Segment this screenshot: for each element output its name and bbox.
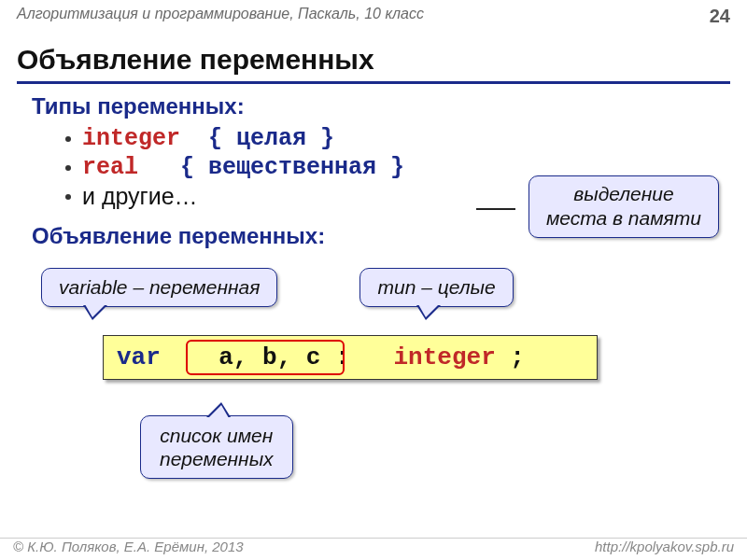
callout-memory: выделение места в памяти (529, 175, 719, 238)
slide-title: Объявление переменных (17, 36, 730, 84)
types-label: Типы переменных: (32, 93, 747, 119)
bullet-integer: integer { целая } (65, 125, 747, 152)
type-comment: { целая } (208, 125, 334, 152)
code-semi: ; (510, 343, 525, 371)
callout-varlist: список имен переменных (140, 415, 293, 479)
callout-text: список имен переменных (160, 425, 274, 469)
etc-text: и другие… (82, 183, 198, 210)
slide-header: Алгоритмизация и программирование, Паска… (0, 0, 747, 29)
bullet-icon (65, 194, 71, 200)
footer-url: http://kpolyakov.spb.ru (595, 539, 734, 554)
declaration-label: Объявление переменных: (32, 223, 325, 249)
type-keyword: integer (82, 125, 180, 152)
page-number: 24 (710, 6, 730, 27)
type-keyword: real (82, 154, 138, 181)
callout-text: выделение места в памяти (546, 183, 701, 229)
code-type-kw: integer (394, 343, 496, 371)
callout-variable: variable – переменная (41, 268, 277, 307)
code-declaration: var a, b, c : integer ; (103, 335, 598, 380)
callout-text: variable – переменная (59, 276, 260, 298)
highlight-box (186, 340, 345, 375)
type-comment: { вещественная } (180, 154, 404, 181)
callout-tail-icon (416, 305, 441, 320)
slide-footer: © К.Ю. Поляков, Е.А. Ерёмин, 2013 http:/… (0, 538, 747, 554)
callout-tail-icon (83, 305, 107, 320)
connector-line (476, 208, 515, 210)
footer-authors: © К.Ю. Поляков, Е.А. Ерёмин, 2013 (13, 539, 244, 554)
bullet-icon (65, 136, 71, 142)
code-var-kw: var (117, 343, 161, 371)
callout-type: тип – целые (359, 268, 513, 307)
callout-text: тип – целые (377, 276, 495, 298)
course-title: Алгоритмизация и программирование, Паска… (17, 6, 424, 27)
callout-tail-icon (206, 402, 231, 417)
bullet-icon (65, 165, 71, 171)
